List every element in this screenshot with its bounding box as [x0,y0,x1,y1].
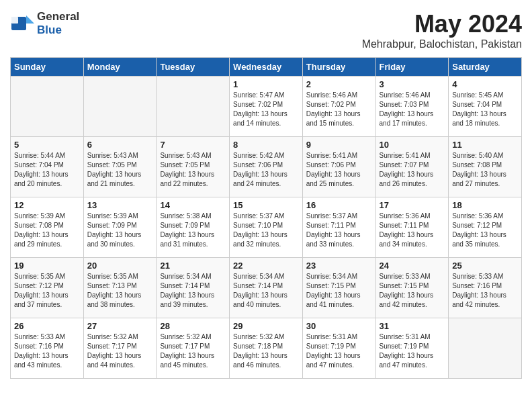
day-cell: 29Sunrise: 5:32 AMSunset: 7:18 PMDayligh… [230,318,303,379]
day-info: Sunrise: 5:41 AMSunset: 7:06 PMDaylight:… [306,151,372,189]
day-header-monday: Monday [83,58,157,77]
day-info: Sunrise: 5:41 AMSunset: 7:07 PMDaylight:… [380,151,445,189]
day-number: 20 [87,261,153,271]
day-header-saturday: Saturday [449,58,522,77]
day-cell: 27Sunrise: 5:32 AMSunset: 7:17 PMDayligh… [83,318,157,379]
day-info: Sunrise: 5:36 AMSunset: 7:12 PMDaylight:… [452,212,518,249]
day-cell [449,318,522,379]
day-cell [157,77,230,137]
day-cell: 18Sunrise: 5:36 AMSunset: 7:12 PMDayligh… [449,197,522,258]
day-cell: 8Sunrise: 5:42 AMSunset: 7:06 PMDaylight… [230,137,303,197]
day-number: 17 [380,200,445,210]
day-number: 9 [306,140,372,150]
day-cell: 19Sunrise: 5:35 AMSunset: 7:12 PMDayligh… [11,258,84,318]
day-cell: 26Sunrise: 5:33 AMSunset: 7:16 PMDayligh… [11,318,84,379]
day-number: 14 [160,200,226,210]
day-cell: 23Sunrise: 5:34 AMSunset: 7:15 PMDayligh… [302,258,375,318]
day-cell: 15Sunrise: 5:37 AMSunset: 7:10 PMDayligh… [230,197,303,258]
day-cell: 21Sunrise: 5:34 AMSunset: 7:14 PMDayligh… [157,258,230,318]
logo-general: General [37,10,79,23]
day-cell: 30Sunrise: 5:31 AMSunset: 7:19 PMDayligh… [302,318,375,379]
day-cell [83,77,157,137]
month-year: May 2024 [362,10,522,38]
day-cell: 25Sunrise: 5:33 AMSunset: 7:16 PMDayligh… [449,258,522,318]
week-row-2: 12Sunrise: 5:39 AMSunset: 7:08 PMDayligh… [11,197,522,258]
day-info: Sunrise: 5:32 AMSunset: 7:17 PMDaylight:… [160,332,226,370]
day-cell: 31Sunrise: 5:31 AMSunset: 7:19 PMDayligh… [375,318,449,379]
day-info: Sunrise: 5:34 AMSunset: 7:14 PMDaylight:… [160,272,226,310]
day-number: 4 [452,79,518,89]
svg-rect-2 [11,17,18,24]
day-info: Sunrise: 5:34 AMSunset: 7:15 PMDaylight:… [306,272,372,310]
day-cell: 6Sunrise: 5:43 AMSunset: 7:05 PMDaylight… [83,137,157,197]
day-number: 23 [306,261,372,271]
day-cell: 11Sunrise: 5:40 AMSunset: 7:08 PMDayligh… [449,137,522,197]
day-cell: 12Sunrise: 5:39 AMSunset: 7:08 PMDayligh… [11,197,84,258]
day-number: 22 [233,261,299,271]
day-number: 5 [14,140,80,150]
day-number: 10 [380,140,445,150]
day-number: 12 [14,200,80,210]
day-number: 7 [160,140,226,150]
day-cell: 2Sunrise: 5:46 AMSunset: 7:02 PMDaylight… [302,77,375,137]
day-number: 13 [87,200,153,210]
week-row-1: 5Sunrise: 5:44 AMSunset: 7:04 PMDaylight… [11,137,522,197]
day-info: Sunrise: 5:33 AMSunset: 7:16 PMDaylight:… [14,332,80,370]
day-info: Sunrise: 5:42 AMSunset: 7:06 PMDaylight:… [233,151,299,189]
day-cell: 9Sunrise: 5:41 AMSunset: 7:06 PMDaylight… [302,137,375,197]
day-cell: 1Sunrise: 5:47 AMSunset: 7:02 PMDaylight… [230,77,303,137]
day-number: 6 [87,140,153,150]
calendar-header-row: SundayMondayTuesdayWednesdayThursdayFrid… [11,58,522,77]
day-info: Sunrise: 5:47 AMSunset: 7:02 PMDaylight:… [233,91,299,128]
logo-blue: Blue [37,24,62,36]
day-info: Sunrise: 5:37 AMSunset: 7:10 PMDaylight:… [233,212,299,249]
day-info: Sunrise: 5:34 AMSunset: 7:14 PMDaylight:… [233,272,299,310]
day-number: 11 [452,140,518,150]
day-number: 27 [87,321,153,331]
day-header-tuesday: Tuesday [157,58,230,77]
day-cell: 4Sunrise: 5:45 AMSunset: 7:04 PMDaylight… [449,77,522,137]
day-cell: 13Sunrise: 5:39 AMSunset: 7:09 PMDayligh… [83,197,157,258]
title-section: May 2024 Mehrabpur, Balochistan, Pakista… [362,10,522,50]
day-info: Sunrise: 5:45 AMSunset: 7:04 PMDaylight:… [452,91,518,128]
day-cell: 10Sunrise: 5:41 AMSunset: 7:07 PMDayligh… [375,137,449,197]
day-number: 28 [160,321,226,331]
day-header-wednesday: Wednesday [230,58,303,77]
day-cell: 24Sunrise: 5:33 AMSunset: 7:15 PMDayligh… [375,258,449,318]
day-number: 21 [160,261,226,271]
day-info: Sunrise: 5:46 AMSunset: 7:03 PMDaylight:… [380,91,445,128]
day-info: Sunrise: 5:31 AMSunset: 7:19 PMDaylight:… [380,332,445,370]
day-number: 25 [452,261,518,271]
day-header-thursday: Thursday [302,58,375,77]
svg-marker-1 [26,15,34,24]
day-info: Sunrise: 5:31 AMSunset: 7:19 PMDaylight:… [306,332,372,370]
day-cell: 17Sunrise: 5:36 AMSunset: 7:11 PMDayligh… [375,197,449,258]
day-cell: 5Sunrise: 5:44 AMSunset: 7:04 PMDaylight… [11,137,84,197]
day-info: Sunrise: 5:38 AMSunset: 7:09 PMDaylight:… [160,212,226,249]
day-info: Sunrise: 5:43 AMSunset: 7:05 PMDaylight:… [160,151,226,189]
week-row-4: 26Sunrise: 5:33 AMSunset: 7:16 PMDayligh… [11,318,522,379]
day-info: Sunrise: 5:37 AMSunset: 7:11 PMDaylight:… [306,212,372,249]
day-number: 3 [380,79,445,89]
day-number: 8 [233,140,299,150]
day-info: Sunrise: 5:33 AMSunset: 7:16 PMDaylight:… [452,272,518,310]
day-number: 29 [233,321,299,331]
day-info: Sunrise: 5:39 AMSunset: 7:08 PMDaylight:… [14,212,80,249]
calendar-body: 1Sunrise: 5:47 AMSunset: 7:02 PMDaylight… [11,77,522,379]
day-info: Sunrise: 5:32 AMSunset: 7:18 PMDaylight:… [233,332,299,370]
day-cell: 20Sunrise: 5:35 AMSunset: 7:13 PMDayligh… [83,258,157,318]
logo-icon [10,11,34,36]
header: General Blue May 2024 Mehrabpur, Balochi… [10,10,522,50]
day-header-sunday: Sunday [11,58,84,77]
day-number: 15 [233,200,299,210]
day-number: 1 [233,79,299,89]
day-info: Sunrise: 5:33 AMSunset: 7:15 PMDaylight:… [380,272,445,310]
day-number: 18 [452,200,518,210]
day-info: Sunrise: 5:35 AMSunset: 7:12 PMDaylight:… [14,272,80,310]
day-cell: 3Sunrise: 5:46 AMSunset: 7:03 PMDaylight… [375,77,449,137]
day-info: Sunrise: 5:43 AMSunset: 7:05 PMDaylight:… [87,151,153,189]
day-info: Sunrise: 5:36 AMSunset: 7:11 PMDaylight:… [380,212,445,249]
week-row-0: 1Sunrise: 5:47 AMSunset: 7:02 PMDaylight… [11,77,522,137]
day-cell: 14Sunrise: 5:38 AMSunset: 7:09 PMDayligh… [157,197,230,258]
day-number: 26 [14,321,80,331]
